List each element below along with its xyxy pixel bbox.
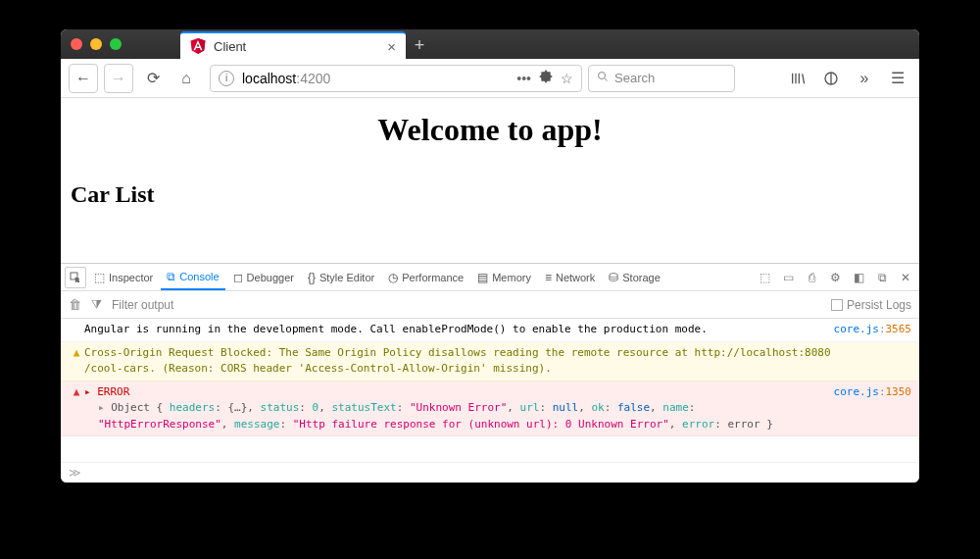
angular-icon — [190, 38, 206, 54]
inspector-icon: ⬚ — [94, 271, 105, 284]
tab-style-editor[interactable]: {}Style Editor — [302, 265, 380, 290]
search-box[interactable]: Search — [588, 65, 735, 92]
reload-button[interactable]: ⟳ — [139, 65, 167, 92]
search-placeholder: Search — [614, 71, 655, 85]
pocket-icon[interactable] — [539, 70, 553, 86]
filter-icon[interactable]: ⧩ — [91, 297, 102, 313]
warning-icon: ▲ — [69, 345, 84, 362]
responsive-icon[interactable]: ▭ — [778, 268, 798, 287]
debugger-icon: ◻ — [233, 271, 243, 284]
page-subtitle: Car List — [71, 181, 909, 208]
search-icon — [597, 71, 609, 85]
console-filter-bar: 🗑 ⧩ Filter output Persist Logs — [61, 291, 919, 319]
dock-side-icon[interactable]: ◧ — [849, 268, 868, 287]
back-button[interactable]: ← — [69, 64, 98, 93]
element-picker-icon[interactable] — [65, 267, 86, 288]
svg-line-1 — [605, 78, 608, 81]
maximize-window-button[interactable] — [110, 38, 122, 50]
persist-logs-toggle[interactable]: Persist Logs — [831, 298, 911, 312]
tab-performance[interactable]: ◷Performance — [382, 265, 469, 290]
style-icon: {} — [308, 271, 316, 284]
devtools-panel: ⬚Inspector ⧉Console ◻Debugger {}Style Ed… — [61, 263, 919, 483]
bookmark-star-icon[interactable]: ☆ — [561, 71, 573, 86]
screenshot-icon[interactable]: ⎙ — [802, 268, 821, 287]
library-icon[interactable] — [784, 65, 811, 92]
page-content: Welcome to app! Car List — [61, 98, 919, 263]
clear-console-icon[interactable]: 🗑 — [69, 297, 81, 312]
settings-icon[interactable]: ⚙ — [825, 268, 845, 287]
devtools-tabbar: ⬚Inspector ⧉Console ◻Debugger {}Style Ed… — [61, 264, 919, 291]
dock-separate-icon[interactable]: ⧉ — [872, 268, 892, 287]
tab-console[interactable]: ⧉Console — [161, 265, 224, 290]
window-controls — [71, 38, 122, 50]
minimize-window-button[interactable] — [90, 38, 102, 50]
tab-close-icon[interactable]: × — [387, 38, 396, 55]
console-prompt[interactable]: ≫ — [61, 462, 919, 483]
browser-tabs: Client × + — [180, 29, 433, 59]
expand-arrow-icon[interactable]: ▸ — [84, 385, 91, 398]
console-icon: ⧉ — [167, 270, 175, 283]
tab-label: Client — [214, 39, 246, 54]
menu-icon[interactable]: ☰ — [884, 65, 911, 92]
page-title: Welcome to app! — [71, 112, 909, 148]
tab-client[interactable]: Client × — [180, 31, 406, 59]
titlebar: Client × + — [61, 29, 919, 59]
console-output: Angular is running in the development mo… — [61, 319, 919, 462]
tab-network[interactable]: ≡Network — [539, 265, 601, 290]
site-info-icon[interactable]: i — [219, 71, 234, 86]
tab-storage[interactable]: ⛁Storage — [603, 265, 666, 290]
console-warn-row: ▲ Cross-Origin Request Blocked: The Same… — [61, 342, 919, 381]
overflow-icon[interactable]: » — [851, 65, 878, 92]
url-host: localhost — [242, 71, 296, 86]
error-object[interactable]: ▸ Object { headers: {…}, status: 0, stat… — [84, 400, 826, 432]
sidebar-icon[interactable] — [817, 65, 845, 92]
memory-icon: ▤ — [477, 271, 488, 284]
browser-window: Client × + ← → ⟳ ⌂ i localhost:4200 ••• … — [61, 29, 919, 483]
nav-toolbar: ← → ⟳ ⌂ i localhost:4200 ••• ☆ Search — [61, 59, 919, 98]
tab-inspector[interactable]: ⬚Inspector — [88, 265, 159, 290]
iframe-picker-icon[interactable]: ⬚ — [755, 268, 774, 287]
forward-button[interactable]: → — [104, 64, 133, 93]
network-icon: ≡ — [545, 271, 552, 284]
console-log-row: Angular is running in the development mo… — [61, 319, 919, 342]
home-button[interactable]: ⌂ — [172, 65, 200, 92]
error-icon: ▲ — [69, 384, 84, 401]
filter-input[interactable]: Filter output — [112, 298, 173, 312]
storage-icon: ⛁ — [609, 271, 618, 284]
close-window-button[interactable] — [71, 38, 82, 50]
address-bar[interactable]: i localhost:4200 ••• ☆ — [210, 65, 582, 92]
devtools-close-icon[interactable]: ✕ — [896, 268, 915, 287]
page-actions-icon[interactable]: ••• — [516, 71, 531, 86]
url-port: :4200 — [296, 71, 330, 86]
persist-checkbox[interactable] — [831, 299, 843, 311]
svg-line-5 — [803, 74, 805, 83]
tab-memory[interactable]: ▤Memory — [471, 265, 537, 290]
new-tab-button[interactable]: + — [406, 31, 433, 59]
console-error-row: ▲ ▸ ERROR ▸ Object { headers: {…}, statu… — [61, 381, 919, 437]
tab-debugger[interactable]: ◻Debugger — [227, 265, 300, 290]
svg-point-0 — [599, 73, 606, 79]
performance-icon: ◷ — [388, 271, 398, 284]
